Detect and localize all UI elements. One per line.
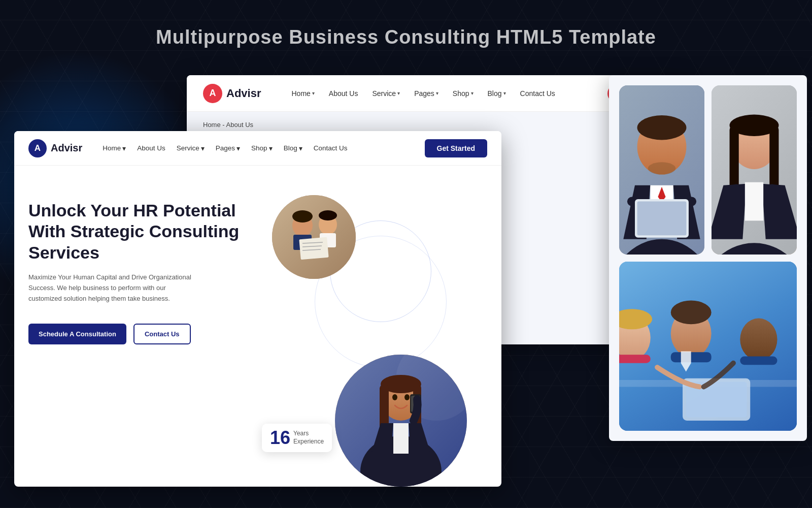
svg-point-57	[404, 394, 410, 400]
svg-rect-28	[619, 355, 651, 363]
front-brand-logo: A Advisr	[28, 139, 82, 157]
photo-person-female	[712, 85, 797, 255]
back-nav-service[interactable]: Service ▾	[372, 89, 400, 98]
back-brand-name: Advisr	[226, 87, 261, 100]
front-nav-pages[interactable]: Pages ▾	[216, 144, 240, 152]
back-nav-contact[interactable]: Contact Us	[520, 89, 555, 98]
back-nav-about[interactable]: About Us	[329, 89, 358, 98]
svg-point-56	[392, 394, 397, 400]
front-nav-shop[interactable]: Shop ▾	[251, 144, 273, 152]
svg-point-41	[292, 210, 313, 223]
hero-subtitle: Maximize Your Human Capital and Drive Or…	[28, 272, 201, 304]
hero-left: Unlock Your HR Potential With Strategic …	[28, 190, 242, 487]
front-nav: A Advisr Home ▾ About Us Service ▾ Pages…	[14, 131, 501, 166]
back-nav-shop[interactable]: Shop ▾	[453, 89, 473, 98]
breadcrumb-home: Home	[203, 121, 221, 129]
front-nav-service[interactable]: Service ▾	[177, 144, 205, 152]
svg-rect-46	[299, 237, 328, 260]
hero-section: Unlock Your HR Potential With Strategic …	[14, 166, 501, 487]
hero-right: 16 Years Experience	[242, 190, 487, 487]
front-nav-contact[interactable]: Contact Us	[314, 144, 348, 152]
front-nav-links: Home ▾ About Us Service ▾ Pages ▾ Shop ▾…	[103, 144, 424, 152]
photo-team	[619, 262, 797, 431]
back-nav-pages[interactable]: Pages ▾	[414, 89, 438, 98]
svg-point-12	[648, 162, 675, 174]
front-cta-button[interactable]: Get Started	[425, 139, 487, 157]
hero-image-large	[335, 355, 467, 487]
breadcrumb-current: About Us	[226, 121, 253, 129]
schedule-consultation-button[interactable]: Schedule A Consultation	[28, 324, 126, 344]
front-brand-icon: A	[28, 139, 47, 157]
breadcrumb-separator: -	[222, 121, 226, 129]
svg-rect-11	[637, 202, 687, 236]
front-brand-name: Advisr	[51, 142, 82, 154]
contact-us-button[interactable]: Contact Us	[133, 324, 191, 344]
years-text: Years Experience	[293, 430, 324, 446]
svg-rect-59	[393, 423, 409, 454]
svg-point-44	[319, 210, 337, 220]
hero-title: Unlock Your HR Potential With Strategic …	[28, 200, 242, 263]
years-experience-badge: 16 Years Experience	[262, 424, 332, 452]
svg-rect-34	[740, 356, 777, 365]
years-number: 16	[270, 429, 290, 447]
svg-point-3	[637, 115, 687, 140]
svg-rect-39	[272, 195, 356, 279]
svg-rect-21	[745, 182, 763, 221]
photo-person-male	[619, 85, 704, 255]
front-card: A Advisr Home ▾ About Us Service ▾ Pages…	[14, 131, 501, 487]
front-nav-about[interactable]: About Us	[137, 144, 165, 152]
photos-panel	[609, 75, 807, 441]
hero-buttons: Schedule A Consultation Contact Us	[28, 324, 242, 344]
back-nav-blog[interactable]: Blog ▾	[488, 89, 506, 98]
front-nav-home[interactable]: Home ▾	[103, 144, 126, 152]
back-nav-home[interactable]: Home ▾	[291, 89, 314, 98]
hero-image-small	[272, 195, 356, 279]
back-brand-icon: A	[203, 84, 222, 103]
svg-point-33	[740, 319, 777, 361]
back-brand-logo: A Advisr	[203, 84, 261, 103]
back-nav: Home ▾ About Us Service ▾ Pages ▾ Shop ▾…	[291, 89, 607, 98]
front-nav-blog[interactable]: Blog ▾	[284, 144, 302, 152]
svg-point-30	[671, 301, 712, 325]
page-title: Multipurpose Business Consulting HTML5 T…	[0, 26, 812, 48]
